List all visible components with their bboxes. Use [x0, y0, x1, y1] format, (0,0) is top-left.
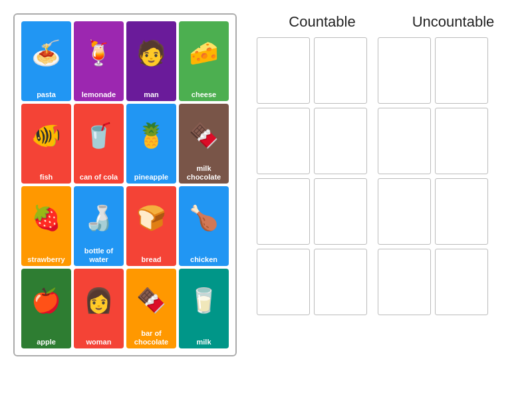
card-icon-pasta: 🍝 — [21, 21, 71, 85]
card-label-can-of-cola: can of cola — [74, 171, 124, 184]
card-label-fish: fish — [21, 171, 71, 184]
card-label-milk: milk — [179, 336, 229, 348]
card-bottle-of-water[interactable]: 🍶bottle of water — [74, 186, 124, 266]
card-label-chicken: chicken — [179, 253, 229, 266]
card-can-of-cola[interactable]: 🥤can of cola — [74, 104, 124, 184]
drop-cell[interactable] — [435, 178, 488, 245]
card-strawberry[interactable]: 🍓strawberry — [21, 186, 71, 266]
card-label-milk-chocolate: milk chocolate — [179, 162, 229, 184]
card-label-man: man — [126, 88, 176, 101]
drop-cell[interactable] — [435, 108, 488, 174]
card-icon-milk: 🥛 — [179, 269, 229, 332]
card-pineapple[interactable]: 🍍pineapple — [126, 104, 176, 184]
countable-header: Countable — [269, 13, 376, 31]
card-label-woman: woman — [74, 336, 124, 348]
card-icon-bread: 🍞 — [126, 186, 176, 250]
drop-cell[interactable] — [257, 249, 310, 315]
drop-cell[interactable] — [257, 178, 310, 245]
drop-cell[interactable] — [378, 178, 431, 245]
card-icon-milk-chocolate: 🍫 — [179, 104, 229, 168]
uncountable-drop-group[interactable] — [378, 37, 488, 315]
card-label-lemonade: lemonade — [74, 88, 124, 101]
drop-cell[interactable] — [314, 37, 367, 104]
drop-cell[interactable] — [378, 108, 431, 174]
card-label-strawberry: strawberry — [21, 253, 71, 266]
card-milk[interactable]: 🥛milk — [179, 269, 229, 348]
drop-area — [257, 37, 519, 315]
card-icon-fish: 🐠 — [21, 104, 71, 168]
card-label-bottle-of-water: bottle of water — [74, 245, 124, 266]
drop-panel: Countable Uncountable — [250, 13, 519, 315]
card-icon-woman: 👩 — [74, 269, 124, 332]
drop-cell[interactable] — [257, 37, 310, 104]
card-label-bar-of-chocolate: bar of chocolate — [126, 327, 176, 348]
card-label-pineapple: pineapple — [126, 171, 176, 184]
card-label-apple: apple — [21, 336, 71, 348]
card-milk-chocolate[interactable]: 🍫milk chocolate — [179, 104, 229, 184]
card-icon-apple: 🍎 — [21, 269, 71, 332]
card-icon-pineapple: 🍍 — [126, 104, 176, 168]
uncountable-header: Uncountable — [400, 13, 507, 31]
drop-cell[interactable] — [314, 178, 367, 245]
drop-cell[interactable] — [435, 37, 488, 104]
card-icon-bottle-of-water: 🍶 — [74, 186, 124, 250]
card-icon-cheese: 🧀 — [179, 21, 229, 85]
drop-cell[interactable] — [378, 37, 431, 104]
drop-cell[interactable] — [257, 108, 310, 174]
card-bar-of-chocolate[interactable]: 🍫bar of chocolate — [126, 269, 176, 348]
card-label-cheese: cheese — [179, 88, 229, 101]
card-apple[interactable]: 🍎apple — [21, 269, 71, 348]
word-cards-grid: 🍝pasta🍹lemonade🧑man🧀cheese🐠fish🥤can of c… — [13, 13, 237, 356]
card-lemonade[interactable]: 🍹lemonade — [74, 21, 124, 101]
countable-drop-group[interactable] — [257, 37, 367, 315]
card-icon-chicken: 🍗 — [179, 186, 229, 250]
column-headers: Countable Uncountable — [257, 13, 519, 31]
drop-cell[interactable] — [378, 249, 431, 315]
drop-cell[interactable] — [314, 108, 367, 174]
card-chicken[interactable]: 🍗chicken — [179, 186, 229, 266]
card-icon-strawberry: 🍓 — [21, 186, 71, 250]
card-fish[interactable]: 🐠fish — [21, 104, 71, 184]
drop-cell[interactable] — [314, 249, 367, 315]
card-cheese[interactable]: 🧀cheese — [179, 21, 229, 101]
card-bread[interactable]: 🍞bread — [126, 186, 176, 266]
drop-cell[interactable] — [435, 249, 488, 315]
card-label-bread: bread — [126, 253, 176, 266]
card-icon-man: 🧑 — [126, 21, 176, 85]
card-icon-can-of-cola: 🥤 — [74, 104, 124, 168]
card-man[interactable]: 🧑man — [126, 21, 176, 101]
card-pasta[interactable]: 🍝pasta — [21, 21, 71, 101]
card-icon-bar-of-chocolate: 🍫 — [126, 269, 176, 332]
card-woman[interactable]: 👩woman — [74, 269, 124, 348]
card-icon-lemonade: 🍹 — [74, 21, 124, 85]
card-label-pasta: pasta — [21, 88, 71, 101]
